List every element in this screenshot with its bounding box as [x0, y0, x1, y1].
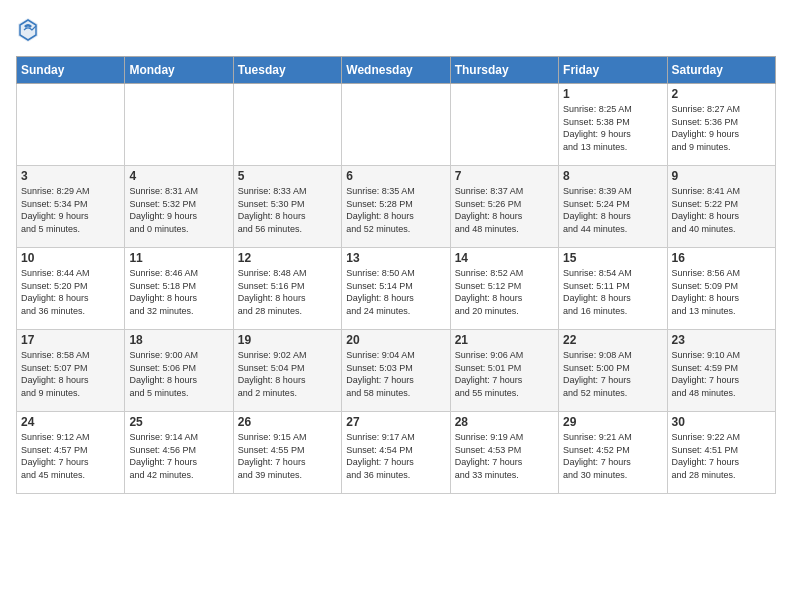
- day-cell: 22Sunrise: 9:08 AM Sunset: 5:00 PM Dayli…: [559, 330, 667, 412]
- logo-icon: [16, 16, 40, 44]
- day-info: Sunrise: 9:14 AM Sunset: 4:56 PM Dayligh…: [129, 431, 228, 481]
- day-number: 27: [346, 415, 445, 429]
- day-number: 20: [346, 333, 445, 347]
- day-cell: [342, 84, 450, 166]
- day-cell: 23Sunrise: 9:10 AM Sunset: 4:59 PM Dayli…: [667, 330, 775, 412]
- day-number: 13: [346, 251, 445, 265]
- day-cell: 5Sunrise: 8:33 AM Sunset: 5:30 PM Daylig…: [233, 166, 341, 248]
- day-number: 26: [238, 415, 337, 429]
- day-info: Sunrise: 9:17 AM Sunset: 4:54 PM Dayligh…: [346, 431, 445, 481]
- day-number: 8: [563, 169, 662, 183]
- day-cell: 9Sunrise: 8:41 AM Sunset: 5:22 PM Daylig…: [667, 166, 775, 248]
- day-number: 25: [129, 415, 228, 429]
- day-number: 21: [455, 333, 554, 347]
- day-number: 9: [672, 169, 771, 183]
- week-row-4: 17Sunrise: 8:58 AM Sunset: 5:07 PM Dayli…: [17, 330, 776, 412]
- day-cell: [233, 84, 341, 166]
- day-number: 11: [129, 251, 228, 265]
- day-cell: 19Sunrise: 9:02 AM Sunset: 5:04 PM Dayli…: [233, 330, 341, 412]
- day-cell: 8Sunrise: 8:39 AM Sunset: 5:24 PM Daylig…: [559, 166, 667, 248]
- day-number: 12: [238, 251, 337, 265]
- day-info: Sunrise: 9:06 AM Sunset: 5:01 PM Dayligh…: [455, 349, 554, 399]
- day-cell: 17Sunrise: 8:58 AM Sunset: 5:07 PM Dayli…: [17, 330, 125, 412]
- day-info: Sunrise: 9:08 AM Sunset: 5:00 PM Dayligh…: [563, 349, 662, 399]
- day-number: 23: [672, 333, 771, 347]
- day-cell: 28Sunrise: 9:19 AM Sunset: 4:53 PM Dayli…: [450, 412, 558, 494]
- day-number: 3: [21, 169, 120, 183]
- day-info: Sunrise: 8:44 AM Sunset: 5:20 PM Dayligh…: [21, 267, 120, 317]
- week-row-1: 1Sunrise: 8:25 AM Sunset: 5:38 PM Daylig…: [17, 84, 776, 166]
- day-cell: 3Sunrise: 8:29 AM Sunset: 5:34 PM Daylig…: [17, 166, 125, 248]
- day-info: Sunrise: 9:21 AM Sunset: 4:52 PM Dayligh…: [563, 431, 662, 481]
- day-info: Sunrise: 9:22 AM Sunset: 4:51 PM Dayligh…: [672, 431, 771, 481]
- day-number: 5: [238, 169, 337, 183]
- day-cell: 7Sunrise: 8:37 AM Sunset: 5:26 PM Daylig…: [450, 166, 558, 248]
- day-number: 14: [455, 251, 554, 265]
- week-row-5: 24Sunrise: 9:12 AM Sunset: 4:57 PM Dayli…: [17, 412, 776, 494]
- day-cell: 15Sunrise: 8:54 AM Sunset: 5:11 PM Dayli…: [559, 248, 667, 330]
- day-info: Sunrise: 8:31 AM Sunset: 5:32 PM Dayligh…: [129, 185, 228, 235]
- day-cell: 6Sunrise: 8:35 AM Sunset: 5:28 PM Daylig…: [342, 166, 450, 248]
- day-cell: 21Sunrise: 9:06 AM Sunset: 5:01 PM Dayli…: [450, 330, 558, 412]
- day-cell: 2Sunrise: 8:27 AM Sunset: 5:36 PM Daylig…: [667, 84, 775, 166]
- day-info: Sunrise: 8:33 AM Sunset: 5:30 PM Dayligh…: [238, 185, 337, 235]
- day-cell: 1Sunrise: 8:25 AM Sunset: 5:38 PM Daylig…: [559, 84, 667, 166]
- day-info: Sunrise: 8:58 AM Sunset: 5:07 PM Dayligh…: [21, 349, 120, 399]
- weekday-header-wednesday: Wednesday: [342, 57, 450, 84]
- day-number: 17: [21, 333, 120, 347]
- day-number: 19: [238, 333, 337, 347]
- day-cell: 25Sunrise: 9:14 AM Sunset: 4:56 PM Dayli…: [125, 412, 233, 494]
- logo: [16, 16, 42, 44]
- day-cell: [17, 84, 125, 166]
- day-info: Sunrise: 8:50 AM Sunset: 5:14 PM Dayligh…: [346, 267, 445, 317]
- day-number: 24: [21, 415, 120, 429]
- day-cell: 4Sunrise: 8:31 AM Sunset: 5:32 PM Daylig…: [125, 166, 233, 248]
- day-info: Sunrise: 9:04 AM Sunset: 5:03 PM Dayligh…: [346, 349, 445, 399]
- calendar: SundayMondayTuesdayWednesdayThursdayFrid…: [16, 56, 776, 494]
- day-number: 2: [672, 87, 771, 101]
- day-info: Sunrise: 8:54 AM Sunset: 5:11 PM Dayligh…: [563, 267, 662, 317]
- weekday-header-tuesday: Tuesday: [233, 57, 341, 84]
- day-cell: 30Sunrise: 9:22 AM Sunset: 4:51 PM Dayli…: [667, 412, 775, 494]
- day-number: 15: [563, 251, 662, 265]
- week-row-3: 10Sunrise: 8:44 AM Sunset: 5:20 PM Dayli…: [17, 248, 776, 330]
- weekday-header-monday: Monday: [125, 57, 233, 84]
- day-info: Sunrise: 9:02 AM Sunset: 5:04 PM Dayligh…: [238, 349, 337, 399]
- day-cell: 20Sunrise: 9:04 AM Sunset: 5:03 PM Dayli…: [342, 330, 450, 412]
- day-info: Sunrise: 8:25 AM Sunset: 5:38 PM Dayligh…: [563, 103, 662, 153]
- day-number: 22: [563, 333, 662, 347]
- day-number: 7: [455, 169, 554, 183]
- page-header: [16, 16, 776, 44]
- day-info: Sunrise: 8:46 AM Sunset: 5:18 PM Dayligh…: [129, 267, 228, 317]
- weekday-header-thursday: Thursday: [450, 57, 558, 84]
- day-number: 28: [455, 415, 554, 429]
- day-info: Sunrise: 9:12 AM Sunset: 4:57 PM Dayligh…: [21, 431, 120, 481]
- day-number: 1: [563, 87, 662, 101]
- day-number: 16: [672, 251, 771, 265]
- day-cell: 26Sunrise: 9:15 AM Sunset: 4:55 PM Dayli…: [233, 412, 341, 494]
- day-info: Sunrise: 8:41 AM Sunset: 5:22 PM Dayligh…: [672, 185, 771, 235]
- day-info: Sunrise: 8:48 AM Sunset: 5:16 PM Dayligh…: [238, 267, 337, 317]
- svg-marker-0: [18, 18, 38, 42]
- day-cell: 10Sunrise: 8:44 AM Sunset: 5:20 PM Dayli…: [17, 248, 125, 330]
- day-info: Sunrise: 8:52 AM Sunset: 5:12 PM Dayligh…: [455, 267, 554, 317]
- day-number: 18: [129, 333, 228, 347]
- weekday-header-saturday: Saturday: [667, 57, 775, 84]
- day-info: Sunrise: 8:29 AM Sunset: 5:34 PM Dayligh…: [21, 185, 120, 235]
- day-cell: 13Sunrise: 8:50 AM Sunset: 5:14 PM Dayli…: [342, 248, 450, 330]
- day-number: 6: [346, 169, 445, 183]
- day-cell: 14Sunrise: 8:52 AM Sunset: 5:12 PM Dayli…: [450, 248, 558, 330]
- day-info: Sunrise: 9:15 AM Sunset: 4:55 PM Dayligh…: [238, 431, 337, 481]
- day-cell: 12Sunrise: 8:48 AM Sunset: 5:16 PM Dayli…: [233, 248, 341, 330]
- day-number: 10: [21, 251, 120, 265]
- day-cell: 18Sunrise: 9:00 AM Sunset: 5:06 PM Dayli…: [125, 330, 233, 412]
- day-info: Sunrise: 9:10 AM Sunset: 4:59 PM Dayligh…: [672, 349, 771, 399]
- day-number: 29: [563, 415, 662, 429]
- day-cell: [450, 84, 558, 166]
- day-number: 30: [672, 415, 771, 429]
- day-info: Sunrise: 8:27 AM Sunset: 5:36 PM Dayligh…: [672, 103, 771, 153]
- day-info: Sunrise: 8:35 AM Sunset: 5:28 PM Dayligh…: [346, 185, 445, 235]
- day-info: Sunrise: 8:56 AM Sunset: 5:09 PM Dayligh…: [672, 267, 771, 317]
- day-cell: 27Sunrise: 9:17 AM Sunset: 4:54 PM Dayli…: [342, 412, 450, 494]
- weekday-header-row: SundayMondayTuesdayWednesdayThursdayFrid…: [17, 57, 776, 84]
